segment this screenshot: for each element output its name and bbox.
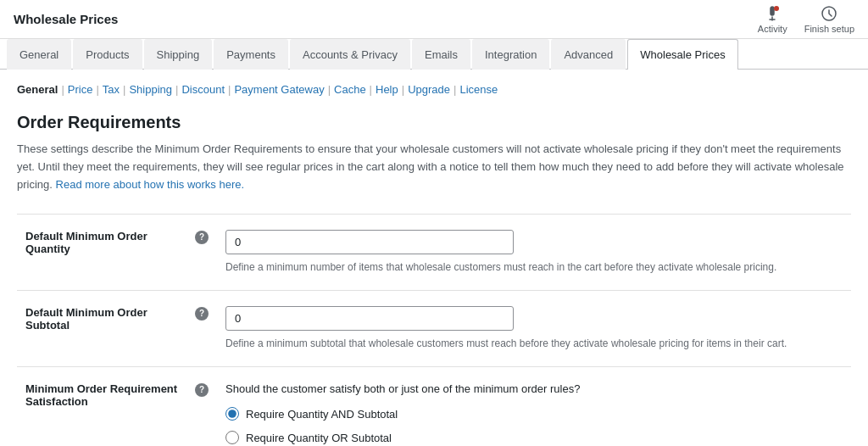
min-order-subtotal-input[interactable]: [225, 306, 514, 331]
min-order-quantity-input[interactable]: [225, 230, 514, 254]
settings-table: Default Minimum Order Quantity ? Define …: [17, 214, 851, 446]
tab-integration[interactable]: Integration: [472, 39, 549, 70]
activity-label: Activity: [758, 24, 787, 34]
radio-or[interactable]: [225, 431, 239, 444]
sub-nav-tax[interactable]: Tax: [103, 83, 120, 96]
table-row: Minimum Order Requirement Satisfaction ?…: [17, 367, 851, 446]
tab-products[interactable]: Products: [73, 39, 142, 70]
svg-rect-0: [771, 7, 774, 15]
quantity-field-group: Define a minimum number of items that wh…: [225, 230, 843, 275]
sub-nav-discount[interactable]: Discount: [181, 83, 225, 96]
sub-nav-current: General: [17, 83, 58, 96]
finish-setup-label: Finish setup: [804, 24, 854, 34]
field-label-quantity: Default Minimum Order Quantity: [25, 230, 147, 255]
subtotal-field-group: Define a minimum subtotal that wholesale…: [225, 306, 843, 351]
table-row: Default Minimum Order Quantity ? Define …: [17, 215, 851, 291]
finish-setup-button[interactable]: Finish setup: [804, 5, 854, 34]
help-icon-subtotal[interactable]: ?: [195, 307, 209, 321]
sub-nav-shipping[interactable]: Shipping: [129, 83, 172, 96]
sub-nav-price[interactable]: Price: [68, 83, 93, 96]
field-label-satisfaction: Minimum Order Requirement Satisfaction: [25, 382, 177, 408]
tab-payments[interactable]: Payments: [214, 39, 288, 70]
sub-nav-help[interactable]: Help: [376, 83, 398, 96]
tab-advanced[interactable]: Advanced: [551, 39, 626, 70]
top-bar: Wholesale Prices Activity Finish setup: [0, 0, 868, 39]
tab-general[interactable]: General: [7, 39, 71, 70]
tab-shipping[interactable]: Shipping: [144, 39, 213, 70]
sub-nav-upgrade[interactable]: Upgrade: [408, 83, 450, 96]
help-icon-satisfaction[interactable]: ?: [195, 383, 209, 397]
top-bar-actions: Activity Finish setup: [758, 5, 854, 34]
satisfaction-question: Should the customer satisfy both or just…: [225, 382, 843, 395]
read-more-link[interactable]: Read more about how this works here.: [56, 178, 245, 191]
subtotal-hint: Define a minimum subtotal that wholesale…: [225, 336, 843, 351]
sub-nav-license[interactable]: License: [459, 83, 498, 96]
radio-and[interactable]: [225, 407, 239, 421]
tab-wholesale-prices[interactable]: Wholesale Prices: [627, 39, 737, 70]
sub-nav-payment-gateway[interactable]: Payment Gateway: [234, 83, 324, 96]
tab-emails[interactable]: Emails: [412, 39, 470, 70]
tabs-bar: General Products Shipping Payments Accou…: [0, 39, 868, 70]
radio-and-label: Require Quantity AND Subtotal: [246, 408, 398, 421]
satisfaction-field-group: Should the customer satisfy both or just…: [225, 382, 843, 446]
help-icon-quantity[interactable]: ?: [195, 231, 209, 244]
table-row: Default Minimum Order Subtotal ? Define …: [17, 291, 851, 367]
field-label-subtotal: Default Minimum Order Subtotal: [25, 306, 147, 332]
sub-nav: General | Price | Tax | Shipping | Disco…: [17, 83, 851, 96]
section-description: These settings describe the Minimum Orde…: [17, 141, 851, 193]
sub-nav-cache[interactable]: Cache: [334, 83, 366, 96]
content-area: General | Price | Tax | Shipping | Disco…: [0, 70, 868, 446]
svg-point-1: [774, 6, 779, 11]
activity-button[interactable]: Activity: [758, 5, 787, 34]
radio-or-label: Require Quantity OR Subtotal: [246, 432, 392, 444]
section-title: Order Requirements: [17, 113, 851, 132]
tab-accounts-privacy[interactable]: Accounts & Privacy: [290, 39, 410, 70]
radio-option-and[interactable]: Require Quantity AND Subtotal: [225, 407, 843, 421]
quantity-hint: Define a minimum number of items that wh…: [225, 259, 843, 275]
app-title: Wholesale Prices: [14, 12, 118, 26]
radio-option-or[interactable]: Require Quantity OR Subtotal: [225, 431, 843, 444]
